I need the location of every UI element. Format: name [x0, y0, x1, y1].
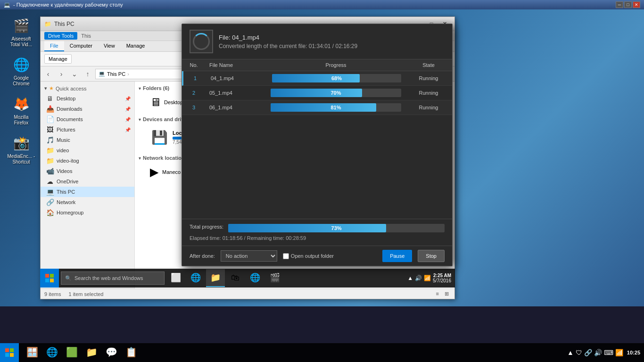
drive-tools-badge: Drive Tools	[44, 32, 77, 40]
tray-wifi-icon[interactable]: 📶	[615, 349, 623, 356]
svg-rect-2	[45, 279, 49, 282]
sidebar-item-pictures[interactable]: 🖼 Pictures 📌	[41, 124, 134, 135]
table-row: 3 06_1.mp4 81% Running	[182, 100, 452, 115]
ribbon-manage-button[interactable]: Manage	[44, 54, 72, 64]
desktop-icon-firefox[interactable]: 🦊 Mozilla Firefox	[5, 92, 38, 128]
recent-locations-button[interactable]: ⌄	[69, 68, 80, 80]
taskbar-app-folder[interactable]: 📁	[82, 344, 101, 362]
music-sidebar-label: Music	[57, 137, 70, 143]
rdp-edge-app[interactable]: 🌐	[186, 269, 205, 287]
back-button[interactable]: ‹	[42, 68, 54, 80]
sidebar-item-onedrive[interactable]: ☁ OneDrive	[41, 176, 134, 187]
taskbar-app-extra[interactable]: 📋	[122, 344, 140, 362]
explorer-title-text: This PC	[54, 21, 74, 27]
svg-rect-6	[5, 353, 9, 357]
rdp-store-app[interactable]: 🛍	[226, 269, 245, 287]
rdp-task-view-button[interactable]: ⬜	[166, 269, 185, 287]
tab-file[interactable]: File	[44, 41, 64, 51]
rdp-aiseesoft-taskbar-app[interactable]: 🎬	[265, 269, 284, 287]
pin-icon-2: 📌	[125, 107, 131, 112]
rdp-chrome-taskbar-app[interactable]: 🌐	[246, 269, 264, 287]
forward-button[interactable]: ›	[56, 68, 67, 80]
taskbar-app-skype[interactable]: 💬	[102, 344, 121, 362]
sidebar-item-homegroup[interactable]: 🏠 Homegroup	[41, 207, 134, 218]
open-folder-checkbox[interactable]	[283, 253, 289, 259]
dialog-info: File: 04_1.mp4 Converted length of the c…	[219, 34, 445, 49]
desktop-icon-chrome[interactable]: 🌐 Google Chrome	[5, 53, 38, 89]
row2-progress-bar: 70%	[271, 89, 401, 97]
documents-sidebar-icon: 📄	[46, 115, 54, 123]
onedrive-label: OneDrive	[57, 179, 78, 184]
tray-keyboard-icon[interactable]: ⌨	[604, 349, 613, 356]
after-done-select[interactable]: No action Shut down Hibernate Exit	[221, 250, 277, 262]
taskbar-app-windows[interactable]: 🪟	[23, 344, 41, 362]
network-locations-title: Network locations	[143, 155, 188, 161]
rdp-minimize-button[interactable]: ─	[616, 1, 623, 8]
tab-view[interactable]: View	[98, 41, 121, 51]
onedrive-section: ☁ OneDrive	[41, 176, 134, 187]
main-start-button[interactable]	[0, 343, 19, 362]
rdp-close-button[interactable]: ✕	[633, 1, 640, 8]
main-windows-logo-icon	[5, 348, 14, 357]
tray-arrow-icon[interactable]: ▲	[567, 349, 574, 356]
svg-rect-3	[50, 279, 54, 282]
this-tab-label: This	[81, 33, 91, 39]
sidebar-item-downloads[interactable]: 📥 Downloads 📌	[41, 104, 134, 114]
tray-network-tray-icon[interactable]: 🔗	[584, 349, 592, 356]
address-pc-icon: 💻	[99, 71, 105, 77]
pictures-sidebar-label: Pictures	[57, 127, 75, 132]
rdp-clock-date: 5/7/2016	[433, 278, 451, 283]
sidebar-item-music[interactable]: 🎵 Music	[41, 135, 134, 145]
rdp-restore-button[interactable]: □	[624, 1, 632, 8]
sidebar-item-video[interactable]: 📁 video	[41, 145, 134, 156]
row3-number: 3	[182, 105, 206, 110]
show-hidden-tray-button[interactable]: ▲	[407, 275, 413, 281]
desktop: 🎬 Aiseesoft Total Vid... 🌐 Google Chrome…	[0, 9, 644, 306]
open-folder-label[interactable]: Open output folder	[291, 253, 334, 259]
rdp-explorer-app[interactable]: 📁	[206, 269, 225, 287]
sidebar-item-videos[interactable]: 📹 Videos	[41, 166, 134, 176]
total-progress-bar: 73%	[228, 224, 445, 232]
tiles-view-button[interactable]: ⊞	[443, 290, 451, 298]
tray-speaker-icon[interactable]: 🔊	[415, 275, 422, 281]
sidebar-item-this-pc[interactable]: 💻 This PC	[41, 187, 134, 197]
th-filename: File Name	[206, 62, 267, 68]
rdp-system-tray: ▲ 🔊 📶 2:25 AM 5/7/2016	[404, 273, 455, 283]
selected-count: 1 item selected	[68, 291, 103, 297]
taskbar-app-chrome[interactable]: 🌐	[42, 344, 61, 362]
tab-computer[interactable]: Computer	[64, 41, 98, 51]
main-taskbar-apps: 🪟 🌐 🟩 📁 💬 📋	[19, 344, 144, 362]
tab-manage[interactable]: Manage	[121, 41, 151, 51]
pause-button[interactable]: Pause	[382, 250, 412, 262]
tray-volume-icon[interactable]: 🔊	[594, 349, 602, 356]
status-bar: 9 items 1 item selected ≡ ⊞	[41, 288, 454, 299]
desktop-folder-icon: 🖥	[150, 96, 161, 109]
quick-access-header[interactable]: ▾ ★ Quick access	[41, 83, 134, 93]
desktop-icon-aiseesoft[interactable]: 🎬 Aiseesoft Total Vid...	[5, 14, 38, 49]
rdp-taskbar-search[interactable]: 🔍 Search the web and Windows	[61, 272, 165, 285]
tray-network-icon[interactable]: 📶	[424, 275, 431, 281]
folder-icon: 📁	[44, 21, 51, 27]
rdp-start-button[interactable]	[40, 269, 59, 288]
stop-button[interactable]: Stop	[418, 250, 445, 262]
up-button[interactable]: ↑	[82, 68, 93, 80]
converter-dialog: File: 04_1.mp4 Converted length of the c…	[182, 24, 453, 266]
table-row: 1 04_1.mp4 68% Running	[182, 71, 452, 86]
taskbar-app-utorrent[interactable]: 🟩	[62, 344, 81, 362]
tray-antivirus-icon[interactable]: 🛡	[576, 349, 582, 356]
main-taskbar: 🪟 🌐 🟩 📁 💬 📋 ▲ 🛡 🔗 🔊 ⌨ 📶 10:25	[0, 343, 644, 362]
view-controls: ≡ ⊞	[434, 290, 451, 298]
pictures-sidebar-icon: 🖼	[46, 126, 54, 133]
after-done-label: After done:	[190, 253, 215, 259]
this-pc-section: 💻 This PC	[41, 187, 134, 197]
dialog-footer: After done: No action Shut down Hibernat…	[182, 246, 452, 266]
sidebar-item-video-itog[interactable]: 📁 video-itog	[41, 156, 134, 166]
rdp-titlebar: 💻 - Подключение к удалённому рабочему ст…	[0, 0, 644, 9]
rdp-taskbar-apps: ⬜ 🌐 📁 🛍 🌐 🎬	[165, 269, 286, 287]
sidebar-item-network[interactable]: 🔗 Network	[41, 197, 134, 207]
row2-filename: 05_1.mp4	[206, 90, 267, 96]
desktop-icon-mediaenc[interactable]: 📸 MediaEnc... - Shortcut	[5, 132, 38, 167]
sidebar-item-documents[interactable]: 📄 Documents 📌	[41, 114, 134, 124]
details-view-button[interactable]: ≡	[434, 290, 441, 298]
sidebar-item-desktop[interactable]: 🖥 Desktop 📌	[41, 93, 134, 104]
